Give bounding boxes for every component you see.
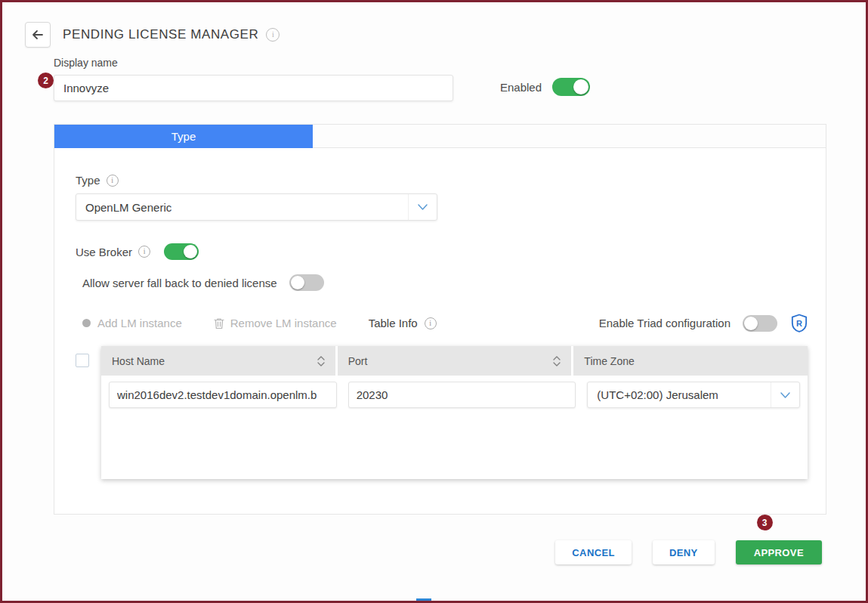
- display-name-input[interactable]: [54, 75, 453, 101]
- tab-type[interactable]: Type: [54, 125, 313, 148]
- horizontal-scrollbar-thumb[interactable]: [416, 598, 431, 601]
- use-broker-toggle[interactable]: [164, 243, 199, 260]
- toggle-knob: [291, 276, 304, 289]
- approve-button[interactable]: APPROVE: [736, 540, 822, 564]
- action-footer: CANCEL DENY 3 APPROVE: [2, 540, 866, 564]
- triad-group: Enable Triad configuration R: [599, 314, 808, 332]
- use-broker-row: Use Broker i: [76, 243, 808, 260]
- toggle-knob: [184, 245, 197, 258]
- column-header-time-zone[interactable]: Time Zone: [573, 346, 808, 376]
- remove-lm-instance-label: Remove LM instance: [230, 317, 337, 329]
- table-info: Table Info i: [369, 317, 437, 329]
- shield-r-icon[interactable]: R: [791, 314, 808, 332]
- fallback-toggle[interactable]: [289, 274, 324, 291]
- triad-label: Enable Triad configuration: [599, 317, 731, 329]
- checkbox-column: [76, 346, 101, 479]
- column-header-label: Time Zone: [584, 355, 634, 367]
- enabled-group: Enabled: [500, 78, 590, 96]
- table-card: Host Name Port Time: [101, 346, 808, 479]
- tab-bar: Type: [54, 125, 826, 148]
- remove-lm-instance-button[interactable]: Remove LM instance: [214, 317, 337, 329]
- approve-wrap: 3 APPROVE: [736, 540, 822, 564]
- column-header-label: Host Name: [112, 355, 165, 367]
- use-broker-label: Use Broker: [76, 246, 132, 258]
- column-header-label: Port: [348, 355, 368, 367]
- toggle-knob: [744, 317, 758, 330]
- display-name-label: Display name: [54, 57, 453, 69]
- deny-button[interactable]: DENY: [653, 540, 715, 564]
- back-button[interactable]: [25, 22, 51, 48]
- sort-icon[interactable]: [553, 356, 561, 366]
- annotation-badge-3: 3: [757, 515, 773, 530]
- display-name-field: Display name 2: [54, 57, 453, 101]
- type-info-icon[interactable]: i: [107, 175, 119, 187]
- time-zone-value: (UTC+02:00) Jerusalem: [588, 388, 727, 401]
- use-broker-info-icon[interactable]: i: [138, 246, 150, 258]
- fallback-row: Allow server fall back to denied license: [76, 274, 808, 291]
- toggle-knob: [573, 79, 588, 94]
- title-info-icon[interactable]: i: [266, 28, 280, 42]
- enabled-label: Enabled: [500, 81, 542, 94]
- add-lm-instance-button[interactable]: Add LM instance: [82, 317, 182, 329]
- table-info-icon[interactable]: i: [425, 317, 437, 329]
- type-label-row: Type i: [76, 174, 808, 187]
- port-input[interactable]: [348, 382, 576, 408]
- cancel-button[interactable]: CANCEL: [555, 540, 632, 564]
- page-title: PENDING LICENSE MANAGER: [63, 27, 258, 42]
- table-body: (UTC+02:00) Jerusalem: [101, 376, 808, 478]
- table-row: (UTC+02:00) Jerusalem: [109, 382, 800, 408]
- type-select-value: OpenLM Generic: [76, 201, 181, 214]
- sort-icon[interactable]: [317, 356, 325, 366]
- chevron-down-icon: [408, 194, 437, 220]
- trash-icon: [214, 317, 224, 329]
- chevron-down-icon: [771, 382, 799, 407]
- svg-text:R: R: [796, 319, 802, 328]
- enabled-toggle[interactable]: [552, 78, 590, 96]
- annotation-badge-2: 2: [38, 73, 54, 88]
- table-header-row: Host Name Port Time: [101, 346, 808, 376]
- type-select[interactable]: OpenLM Generic: [76, 193, 437, 221]
- display-name-row: Display name 2 Enabled: [2, 48, 866, 101]
- type-label: Type: [76, 174, 100, 187]
- select-all-checkbox[interactable]: [76, 354, 89, 367]
- time-zone-select[interactable]: (UTC+02:00) Jerusalem: [587, 382, 800, 408]
- display-name-input-wrap: 2: [54, 75, 453, 101]
- arrow-left-icon: [31, 28, 45, 42]
- table-toolbar: Add LM instance Remove LM instance Table…: [76, 314, 808, 332]
- lm-instance-table: Host Name Port Time: [76, 346, 808, 479]
- host-name-input[interactable]: [109, 382, 337, 408]
- type-panel: Type i OpenLM Generic Use Broker i Allow…: [54, 148, 826, 514]
- add-circle-icon: [82, 319, 91, 327]
- table-info-label: Table Info: [369, 317, 418, 329]
- add-lm-instance-label: Add LM instance: [97, 317, 182, 329]
- column-header-port[interactable]: Port: [338, 346, 572, 376]
- triad-toggle[interactable]: [743, 315, 777, 332]
- license-manager-card: Type Type i OpenLM Generic Use Broker i …: [54, 124, 826, 515]
- fallback-label: Allow server fall back to denied license: [82, 277, 277, 289]
- column-header-host-name[interactable]: Host Name: [101, 346, 335, 376]
- page-header: PENDING LICENSE MANAGER i: [2, 2, 866, 48]
